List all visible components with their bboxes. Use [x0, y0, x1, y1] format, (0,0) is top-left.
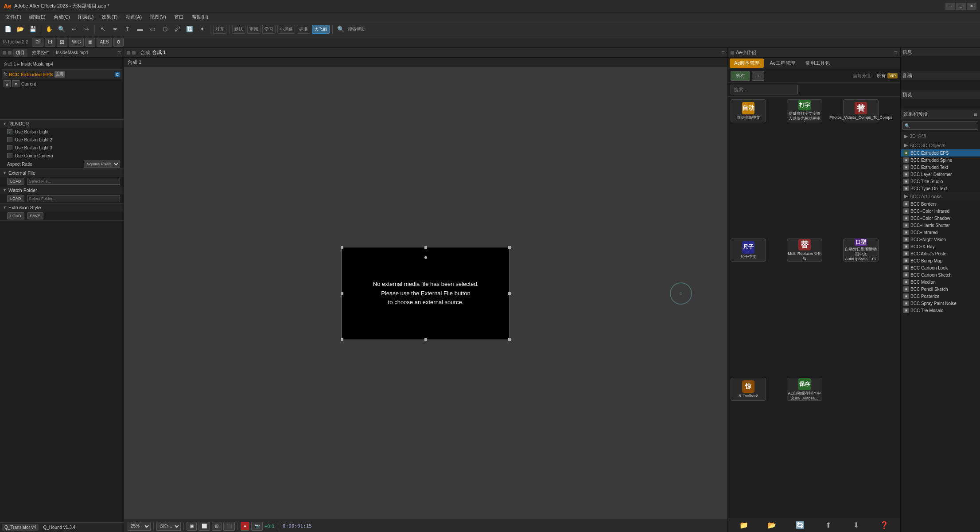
menu-animation[interactable]: 动画(A): [122, 13, 146, 21]
effects-bcc-bump-map[interactable]: ▣ BCC Bump Map: [901, 257, 980, 264]
bcc-selected-icon[interactable]: C: [115, 72, 121, 77]
comp-name[interactable]: 合成 1: [152, 49, 166, 56]
vc-prev-frame[interactable]: 📷: [251, 522, 263, 531]
handle-bottom-right[interactable]: [508, 338, 511, 341]
toolbar-standard-label[interactable]: 标准: [297, 25, 310, 34]
rtb-btn-5[interactable]: ▦: [85, 38, 95, 47]
toolbar-default-label[interactable]: 默认: [232, 25, 245, 34]
effects-bcc-cartoon-look[interactable]: ▣ BCC Cartoon Look: [901, 264, 980, 271]
menu-layer[interactable]: 图层(L): [74, 13, 97, 21]
toolbar-redo[interactable]: ↪: [81, 24, 92, 35]
effects-bcc-type-on-text[interactable]: ▣ BCC Type On Text: [901, 185, 980, 192]
handle-top-right[interactable]: [508, 246, 511, 249]
builtin-light-3-checkbox[interactable]: [7, 145, 12, 150]
handle-middle-right[interactable]: [508, 292, 511, 295]
rtb-aes[interactable]: AES: [97, 38, 112, 47]
menu-window[interactable]: 窗口: [171, 13, 187, 21]
toolbar-shape-ellipse[interactable]: ⬭: [147, 24, 158, 35]
ae-down-btn[interactable]: ⬇: [851, 520, 862, 531]
effects-bcc-cartoon-sketch[interactable]: ▣ BCC Cartoon Sketch: [901, 271, 980, 278]
toolbar-rotate[interactable]: ↩: [69, 24, 79, 35]
script-lipsync[interactable]: 口型 自动对口型嘴唇动画中文AutoLipSync-1-07: [843, 239, 879, 262]
effects-bcc-harris-shutter[interactable]: ▣ BCC+Harris Shutter: [901, 222, 980, 229]
effects-panel-menu[interactable]: ≡: [974, 111, 977, 118]
zoom-select[interactable]: 25% 50% 100%: [128, 522, 151, 531]
effects-bcc-color-shadow[interactable]: ▣ BCC+Color Shadow: [901, 215, 980, 222]
ae-open-folder-btn[interactable]: 📂: [766, 520, 777, 531]
tab-script-manager[interactable]: Ae脚本管理: [730, 59, 764, 68]
breadcrumb[interactable]: 合成 1: [128, 59, 141, 66]
effects-bcc-layer-deformer[interactable]: ▣ BCC Layer Deformer: [901, 171, 980, 178]
rtb-wig[interactable]: WIG: [69, 38, 84, 47]
extrusion-save-button[interactable]: SAVE: [27, 212, 43, 219]
ae-search-input[interactable]: [731, 85, 798, 94]
toolbar-select[interactable]: ↖: [97, 24, 108, 35]
toolbar-text[interactable]: T: [122, 24, 133, 35]
ae-help-btn[interactable]: ❓: [879, 520, 890, 531]
toolbar-zoom[interactable]: 🔍: [56, 24, 67, 35]
effects-bcc-extruded-text[interactable]: ▣ BCC Extruded Text: [901, 164, 980, 171]
tab-project-manager[interactable]: Ae工程管理: [765, 59, 799, 68]
close-button[interactable]: ✕: [967, 3, 976, 10]
menu-view[interactable]: 视图(V): [146, 13, 170, 21]
script-rtoolbar[interactable]: 惊 R-Toolbar2: [731, 378, 766, 401]
filter-all-btn[interactable]: 所有: [731, 71, 750, 81]
effects-bcc-artist-poster[interactable]: ▣ BCC Artist's Poster: [901, 250, 980, 257]
watch-folder-header[interactable]: ▼ Watch Folder: [0, 186, 124, 194]
ae-refresh-btn[interactable]: 🔄: [795, 520, 805, 531]
q-translator-tab[interactable]: Q_Translator v4: [2, 524, 39, 531]
effects-bcc-art-looks[interactable]: ▶ BCC Art Looks: [901, 192, 980, 200]
menu-composition[interactable]: 合成(C): [50, 13, 74, 21]
toolbar-search-icon[interactable]: 🔍: [335, 24, 346, 35]
handle-bottom-left[interactable]: [341, 338, 343, 341]
toolbar-hand[interactable]: ✋: [44, 24, 54, 35]
effects-bcc-median[interactable]: ▣ BCC Median: [901, 278, 980, 286]
color-mode-select[interactable]: 四分...: [156, 522, 181, 531]
vc-grid-btn[interactable]: ⊞: [212, 522, 222, 531]
vc-fit-btn[interactable]: ▣: [187, 522, 197, 531]
effects-3d-channel[interactable]: ▶ 3D 通道: [901, 132, 980, 141]
effects-bcc-extruded-spline[interactable]: ▣ BCC Extruded Spline: [901, 156, 980, 164]
script-autosave[interactable]: 保存 AE自动保存脚本中文aw_Autosa...: [787, 378, 822, 401]
toolbar-clone[interactable]: 🔃: [184, 24, 195, 35]
rtb-btn-2[interactable]: 🎞: [45, 38, 55, 47]
effects-bcc-borders[interactable]: ▣ BCC Borders: [901, 200, 980, 207]
ae-up-btn[interactable]: ⬆: [823, 520, 833, 531]
effects-bcc-infrared[interactable]: ▣ BCC+Infrared: [901, 229, 980, 236]
script-replace-1[interactable]: 替 Photos_Videos_Comps_To_Comps: [843, 99, 879, 122]
menu-edit[interactable]: 编辑(E): [26, 13, 49, 21]
menu-effects[interactable]: 效果(T): [98, 13, 121, 21]
comp-menu-icon[interactable]: ≡: [721, 49, 725, 56]
compass-handle[interactable]: [670, 282, 692, 305]
select-file-input[interactable]: [27, 178, 120, 185]
rtb-settings[interactable]: ⚙: [113, 38, 124, 47]
toolbar-save[interactable]: 💾: [27, 24, 38, 35]
effects-bcc-posterize[interactable]: ▣ BCC Posterize: [901, 293, 980, 300]
load-file-button[interactable]: LOAD: [7, 178, 24, 185]
anim-expand-btn[interactable]: ▼: [12, 80, 19, 87]
effects-bcc-title-studio[interactable]: ▣ BCC Title Studio: [901, 178, 980, 185]
extrusion-load-button[interactable]: LOAD: [7, 212, 24, 219]
handle-middle-left[interactable]: [341, 292, 343, 295]
toolbar-open[interactable]: 📂: [15, 24, 26, 35]
toolbar-review-label[interactable]: 审阅: [247, 25, 261, 34]
effects-bcc-xray[interactable]: ▣ BCC+X-Ray: [901, 243, 980, 250]
vc-bg-btn[interactable]: ⬛: [223, 522, 235, 531]
effects-bcc-tile-mosaic[interactable]: ▣ BCC Tile Mosaic: [901, 307, 980, 314]
extrusion-style-header[interactable]: ▼ Extrusion Style: [0, 203, 124, 211]
toolbar-eraser[interactable]: ✦: [197, 24, 207, 35]
comp-camera-checkbox[interactable]: [7, 153, 12, 158]
handle-top-left[interactable]: [341, 246, 343, 249]
effects-bcc-extruded-eps[interactable]: ▣ BCC Extruded EPS: [901, 149, 980, 156]
builtin-light-1-checkbox[interactable]: [7, 129, 12, 134]
script-auto-typeset[interactable]: 自动 自动排版中文: [731, 99, 766, 122]
toolbar-shape-rect[interactable]: ▬: [135, 24, 145, 35]
anim-collapse-btn[interactable]: ▲: [4, 80, 11, 87]
toolbar-small-label[interactable]: 小屏幕: [277, 25, 295, 34]
aspect-ratio-select[interactable]: Square Pixels: [84, 160, 120, 168]
effects-bcc-color-infrared[interactable]: ▣ BCC+Color Infrared: [901, 207, 980, 215]
effects-bcc-spray-paint[interactable]: ▣ BCC Spray Paint Noise: [901, 300, 980, 307]
script-typewriter[interactable]: 打字 仿键盘打字文字输入以佚光标动画中文: [787, 99, 822, 122]
tab-effects-controls[interactable]: 效果控件: [29, 49, 52, 57]
external-file-link[interactable]: E: [421, 290, 425, 297]
